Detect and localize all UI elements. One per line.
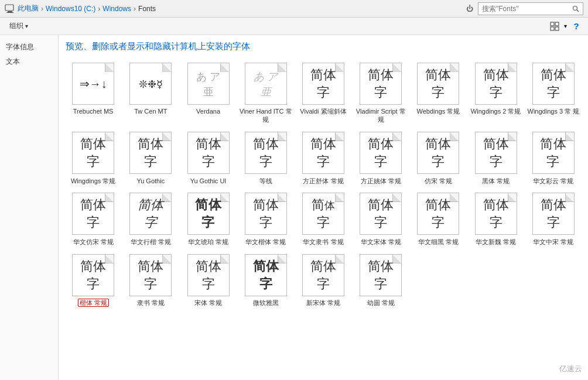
- font-preview: 简体字: [248, 196, 283, 231]
- font-item[interactable]: 简体字方正姚体 常规: [353, 129, 408, 187]
- font-preview: 简体字: [306, 196, 341, 231]
- font-label: 仿宋 常规: [425, 177, 452, 185]
- font-preview: 简体字: [363, 258, 398, 293]
- font-label: Vivaldi 紧缩斜体: [300, 107, 346, 115]
- font-item[interactable]: 简体字华文新魏 常规: [469, 190, 524, 248]
- organize-button[interactable]: 组织 ▾: [5, 19, 33, 33]
- pc-icon: [5, 4, 15, 14]
- font-preview: 简体字: [478, 196, 514, 231]
- content-area: 预览、删除或者显示和隐藏计算机上安装的字体 ⇒→↓Trebuchet MS❊❉☿…: [59, 35, 588, 380]
- font-item[interactable]: 简体字黑体 常规: [469, 129, 524, 187]
- help-button[interactable]: ?: [569, 19, 583, 33]
- font-label: Viner Hand ITC 常规: [240, 107, 292, 124]
- font-item[interactable]: 简体字Vivaldi 紧缩斜体: [296, 59, 351, 126]
- svg-rect-6: [555, 22, 559, 26]
- font-item[interactable]: 简体字Yu Gothic UI: [180, 129, 235, 187]
- font-label: 幼圆 常规: [367, 299, 395, 307]
- font-preview: 简体字: [536, 135, 571, 170]
- font-item[interactable]: 简体字隶书 常规: [123, 251, 178, 309]
- font-label: 华文新魏 常规: [476, 238, 516, 246]
- organize-chevron-icon: ▾: [25, 23, 28, 29]
- font-item[interactable]: 简体字华文仿宋 常规: [66, 190, 121, 248]
- view-toggle-button[interactable]: [548, 19, 562, 33]
- font-preview: 简体字: [306, 135, 341, 170]
- font-item[interactable]: 简体字仿宋 常规: [411, 129, 466, 187]
- toolbar-right: ▾ ?: [548, 19, 583, 33]
- font-label: 新宋体 常规: [306, 299, 340, 307]
- main-layout: 字体信息 文本 预览、删除或者显示和隐藏计算机上安装的字体 ⇒→↓Trebuch…: [0, 35, 588, 380]
- font-label: Trebuchet MS: [73, 107, 114, 115]
- breadcrumb-pc[interactable]: 此电脑: [18, 4, 39, 13]
- sep2: ›: [98, 5, 100, 13]
- font-item[interactable]: 简体字华文楷体 常规: [238, 190, 293, 248]
- font-preview: 简体字: [76, 196, 111, 231]
- font-label: Vladimir Script 常规: [354, 107, 407, 124]
- font-preview: 简体字: [248, 135, 283, 170]
- font-label: 等线: [259, 177, 272, 185]
- font-label: 华文细黑 常规: [418, 238, 459, 246]
- font-label: 隶书 常规: [137, 299, 165, 307]
- title-bar: 此电脑 › Windows10 (C:) › Windows › Fonts ⏻: [0, 0, 588, 18]
- font-label: Yu Gothic UI: [190, 177, 227, 185]
- font-preview: 简体字: [421, 66, 456, 101]
- font-item[interactable]: 简体字Yu Gothic: [123, 129, 178, 187]
- font-item[interactable]: 简体字华文琥珀 常规: [180, 190, 235, 248]
- sep3: ›: [134, 5, 136, 13]
- font-item[interactable]: 简体字方正舒体 常规: [296, 129, 351, 187]
- font-label: 华文隶书 常规: [303, 238, 343, 246]
- power-icon[interactable]: ⏻: [466, 5, 473, 13]
- svg-rect-1: [8, 11, 12, 12]
- svg-rect-2: [6, 12, 13, 13]
- font-item[interactable]: 简体字新宋体 常规: [296, 251, 351, 309]
- view-grid-icon: [550, 22, 559, 31]
- sidebar-item-text[interactable]: 文本: [2, 54, 56, 69]
- search-icon: [572, 5, 579, 12]
- font-item[interactable]: 简体字Wingdings 常规: [66, 129, 121, 187]
- font-item[interactable]: ❊❉☿Tw Cen MT: [123, 59, 178, 126]
- font-item[interactable]: あ ア 亜Verdana: [180, 59, 235, 126]
- font-label: Yu Gothic: [136, 177, 165, 185]
- font-preview: 简体字: [191, 258, 226, 293]
- view-chevron-icon[interactable]: ▾: [564, 23, 567, 29]
- font-item[interactable]: 简体字Vladimir Script 常规: [353, 59, 408, 126]
- font-label: Wingdings 2 常规: [471, 107, 521, 115]
- font-label: Wingdings 常规: [71, 177, 115, 185]
- font-label: Webdings 常规: [417, 107, 460, 115]
- font-item[interactable]: 简体字楷体 常规: [66, 251, 121, 309]
- sidebar-item-font-info[interactable]: 字体信息: [2, 40, 56, 54]
- font-item[interactable]: 简体字华文细黑 常规: [411, 190, 466, 248]
- search-box[interactable]: [478, 2, 583, 15]
- font-preview: 简体字: [191, 135, 226, 170]
- font-preview: ❊❉☿: [139, 76, 163, 91]
- svg-rect-7: [551, 27, 554, 30]
- font-item[interactable]: 简体字Wingdings 3 常 规: [526, 59, 581, 126]
- breadcrumb-drive[interactable]: Windows10 (C:): [46, 5, 95, 13]
- font-preview: あ ア 亜: [191, 69, 226, 99]
- font-preview: ⇒→↓: [80, 76, 107, 91]
- breadcrumb-fonts: Fonts: [138, 5, 156, 13]
- font-label: 方正姚体 常规: [361, 177, 401, 185]
- font-item[interactable]: 简体字等线: [238, 129, 293, 187]
- svg-rect-8: [555, 27, 559, 30]
- font-item[interactable]: 简体字华文行楷 常规: [123, 190, 178, 248]
- font-item[interactable]: 简体字华文隶书 常规: [296, 190, 351, 248]
- font-preview: 简体字: [133, 258, 168, 293]
- font-item[interactable]: 简体字Wingdings 2 常规: [469, 59, 524, 126]
- breadcrumb-windows[interactable]: Windows: [102, 5, 131, 13]
- font-preview: 简体字: [306, 66, 341, 101]
- search-input[interactable]: [482, 5, 572, 13]
- font-preview: 简体字: [133, 196, 168, 231]
- font-item[interactable]: 简体字华文彩云 常规: [526, 129, 581, 187]
- font-item[interactable]: あ ア 亜Viner Hand ITC 常规: [238, 59, 293, 126]
- font-preview: 简体字: [133, 135, 168, 170]
- font-item[interactable]: 简体字华文中宋 常规: [526, 190, 581, 248]
- font-item[interactable]: ⇒→↓Trebuchet MS: [66, 59, 121, 126]
- font-item[interactable]: 简体字Webdings 常规: [411, 59, 466, 126]
- sidebar: 字体信息 文本: [0, 35, 59, 380]
- font-item[interactable]: 简体字幼圆 常规: [353, 251, 408, 309]
- font-item[interactable]: 简体字宋体 常规: [180, 251, 235, 309]
- font-label: Tw Cen MT: [134, 107, 167, 115]
- font-label: 宋体 常规: [194, 299, 222, 307]
- font-item[interactable]: 简体字微软雅黑: [238, 251, 293, 309]
- font-item[interactable]: 简体字华文宋体 常规: [353, 190, 408, 248]
